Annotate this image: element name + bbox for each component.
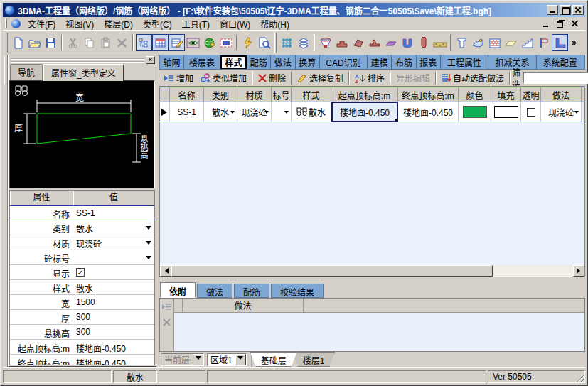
dropdown-arrow-icon[interactable] xyxy=(284,111,289,116)
scroll-right-button[interactable] xyxy=(573,265,584,277)
dropdown-arrow-icon[interactable] xyxy=(146,226,151,232)
header-name[interactable]: 名称 xyxy=(170,87,204,102)
menu-help[interactable]: 帮助(H) xyxy=(255,17,294,31)
beam-tool-icon[interactable] xyxy=(470,34,486,51)
dropdown-arrow-icon[interactable] xyxy=(146,241,151,247)
tree-view-button[interactable] xyxy=(136,34,152,51)
child-restore-icon[interactable] xyxy=(557,20,565,28)
header-category[interactable]: 类别 xyxy=(204,87,237,102)
menu-view[interactable]: 视图(V) xyxy=(60,17,99,31)
new-file-button[interactable] xyxy=(10,34,26,51)
axis-grid-icon[interactable] xyxy=(279,34,295,51)
raft-foundation-icon[interactable] xyxy=(350,34,366,51)
form-edit-button[interactable] xyxy=(169,34,185,51)
slab-icon[interactable] xyxy=(503,34,519,51)
cell-transparent[interactable] xyxy=(521,102,541,122)
property-row-overhang[interactable]: 悬挑高 300 xyxy=(10,325,154,340)
tab-method-detail[interactable]: 做法 xyxy=(197,284,232,298)
pile-icon[interactable] xyxy=(415,34,432,51)
stairs-icon[interactable] xyxy=(519,34,535,51)
mat-cushion-icon[interactable] xyxy=(432,34,448,51)
color-swatch[interactable] xyxy=(463,106,487,118)
delete-row-button[interactable]: 删除 xyxy=(255,70,289,85)
header-material[interactable]: 材质 xyxy=(237,87,272,102)
brick-foundation-icon[interactable] xyxy=(333,34,350,51)
similar-add-button[interactable]: 类似增加 xyxy=(197,70,250,85)
menu-window[interactable]: 窗口(W) xyxy=(215,17,255,31)
cell-start-elevation[interactable]: 楼地面-0.450 xyxy=(331,102,398,122)
region-combo[interactable]: 区域1 xyxy=(207,353,247,366)
menu-floor[interactable]: 楼层(D) xyxy=(99,17,138,31)
cell-method[interactable]: 现浇砼 xyxy=(541,102,582,122)
selection-box-icon[interactable] xyxy=(218,34,234,51)
header-start-elevation[interactable]: 起点顶标高:m xyxy=(331,87,398,102)
resize-grip[interactable] xyxy=(575,373,584,382)
u-shape-icon[interactable] xyxy=(399,34,415,51)
attachment-header-method[interactable]: 做法 xyxy=(183,299,304,312)
header-transparent[interactable]: 透明 xyxy=(521,87,541,102)
cell-end-elevation[interactable]: 楼地面-0.450 xyxy=(398,102,459,122)
delete-icon[interactable] xyxy=(114,34,130,51)
tab-reports[interactable]: 报表 xyxy=(417,55,441,69)
property-row-width[interactable]: 宽 1500 xyxy=(10,295,154,310)
header-grade[interactable]: 标号 xyxy=(272,87,292,102)
close-button[interactable] xyxy=(572,5,584,15)
cell-material[interactable]: 现浇砼 xyxy=(237,102,272,122)
cushion-icon[interactable] xyxy=(383,34,399,51)
fill-swatch[interactable] xyxy=(494,106,518,118)
maximize-button[interactable] xyxy=(560,5,571,15)
cut-icon[interactable] xyxy=(65,34,81,51)
property-row-style[interactable]: 样式 散水 xyxy=(10,280,154,295)
tab-cad-recognition[interactable]: CAD识别 xyxy=(320,55,368,69)
strip-foundation-icon[interactable] xyxy=(366,34,383,51)
header-method[interactable]: 做法 xyxy=(541,87,582,102)
tab-rebar-config[interactable]: 配筋 xyxy=(247,55,271,69)
dropdown-arrow-icon[interactable] xyxy=(264,111,269,116)
header-style[interactable]: 样式 xyxy=(292,87,331,102)
tab-rebar-detail[interactable]: 配筋 xyxy=(234,284,269,298)
scrollbar-thumb[interactable] xyxy=(171,265,493,277)
scroll-left-button[interactable] xyxy=(160,265,171,277)
eye-icon[interactable] xyxy=(185,34,201,51)
tab-style[interactable]: 样式 xyxy=(220,55,247,69)
table-row[interactable]: SS-1 散水 现浇砼 散水 楼地面-0.450 楼地面-0.450 现浇砼 xyxy=(160,102,584,122)
current-layer-combo[interactable]: 当前层 xyxy=(161,353,204,366)
tab-navigation[interactable]: 导航 xyxy=(10,64,43,80)
transparent-checkbox[interactable] xyxy=(527,108,535,117)
cell-name[interactable]: SS-1 xyxy=(170,102,204,122)
tab-property-type-define[interactable]: 属性窗_类型定义 xyxy=(43,64,124,81)
property-row-name[interactable]: 名称 SS-1 xyxy=(10,205,154,220)
column-icon[interactable] xyxy=(454,34,470,51)
tab-rebar-layout[interactable]: 布筋 xyxy=(392,55,416,69)
property-row-start-elevation[interactable]: 起点顶标高:m 楼地面-0.450 xyxy=(10,340,154,355)
select-copy-button[interactable]: 选择复制 xyxy=(294,70,347,85)
table-view-button[interactable] xyxy=(152,34,169,51)
copy-icon[interactable] xyxy=(81,34,97,51)
tab-modeling[interactable]: 建模 xyxy=(368,55,392,69)
cell-fill[interactable] xyxy=(491,102,521,122)
child-minimize-icon[interactable] xyxy=(542,20,551,28)
chevron-down-icon[interactable] xyxy=(193,354,203,365)
tab-floor-table[interactable]: 楼层表 xyxy=(184,55,220,69)
dropdown-arrow-icon[interactable] xyxy=(146,256,151,262)
display-checkbox[interactable]: ✓ xyxy=(76,268,85,277)
paste-icon[interactable] xyxy=(97,34,114,51)
auto-select-method-button[interactable]: 自动选配做法 xyxy=(438,70,508,85)
layers-icon[interactable] xyxy=(295,34,311,51)
type-preview-canvas[interactable]: 宽 厚 悬挑高 xyxy=(9,80,155,188)
cell-category[interactable]: 散水 xyxy=(204,102,237,122)
tab-project-properties[interactable]: 工程属性 xyxy=(441,55,488,69)
pit-foundation-icon[interactable] xyxy=(317,34,333,51)
cell-color[interactable] xyxy=(459,102,491,122)
chevron-down-icon[interactable] xyxy=(235,354,246,365)
attachment-add-icon[interactable] xyxy=(161,300,173,313)
attachment-table-body[interactable] xyxy=(174,313,584,351)
filter-input[interactable] xyxy=(523,72,588,84)
menu-type[interactable]: 类型(C) xyxy=(138,17,177,31)
property-row-material[interactable]: 材质 现浇砼 xyxy=(10,235,154,250)
header-end-elevation[interactable]: 终点顶标高:m xyxy=(398,87,459,102)
property-row-thickness[interactable]: 厚 300 xyxy=(10,310,154,325)
sheet-tab-floor1[interactable]: 楼层1 xyxy=(292,352,336,367)
property-row-concrete-grade[interactable]: 砼标号 xyxy=(10,250,154,265)
save-button[interactable] xyxy=(43,34,59,51)
